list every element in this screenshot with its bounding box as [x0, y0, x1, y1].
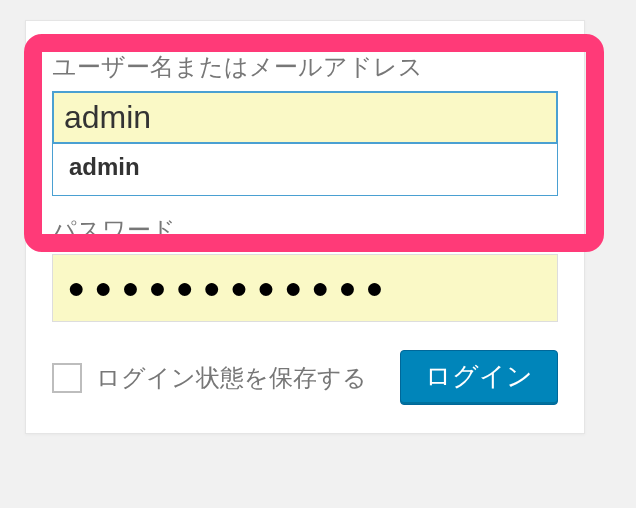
remember-me[interactable]: ログイン状態を保存する	[52, 362, 367, 394]
username-input[interactable]	[52, 91, 558, 144]
remember-checkbox[interactable]	[52, 363, 82, 393]
password-label: パスワード	[52, 214, 558, 246]
autocomplete-item[interactable]: admin	[53, 143, 557, 195]
username-field: ユーザー名またはメールアドレス admin	[52, 51, 558, 196]
form-footer: ログイン状態を保存する ログイン	[52, 350, 558, 405]
autocomplete-dropdown: admin	[52, 142, 558, 196]
login-form: ユーザー名またはメールアドレス admin パスワード ●●●●●●●●●●●●…	[25, 20, 585, 434]
password-input[interactable]: ●●●●●●●●●●●●	[52, 254, 558, 322]
username-label: ユーザー名またはメールアドレス	[52, 51, 558, 83]
remember-label: ログイン状態を保存する	[96, 362, 367, 394]
password-field: パスワード ●●●●●●●●●●●●	[52, 214, 558, 322]
password-masked-value: ●●●●●●●●●●●●	[67, 271, 392, 304]
login-button[interactable]: ログイン	[400, 350, 558, 405]
